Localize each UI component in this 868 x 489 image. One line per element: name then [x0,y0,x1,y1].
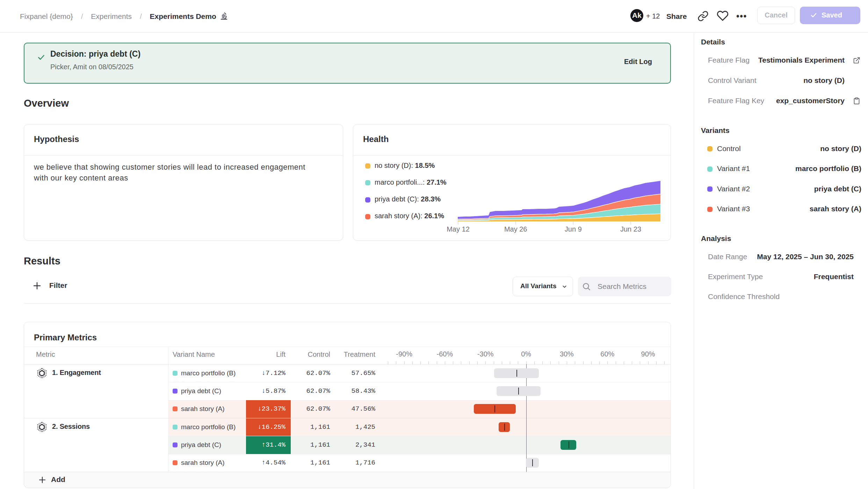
svg-text:Jun 9: Jun 9 [565,225,582,233]
svg-text:Jun 23: Jun 23 [620,225,641,233]
svg-text:May 26: May 26 [504,225,527,233]
svg-text:May 12: May 12 [447,225,470,233]
